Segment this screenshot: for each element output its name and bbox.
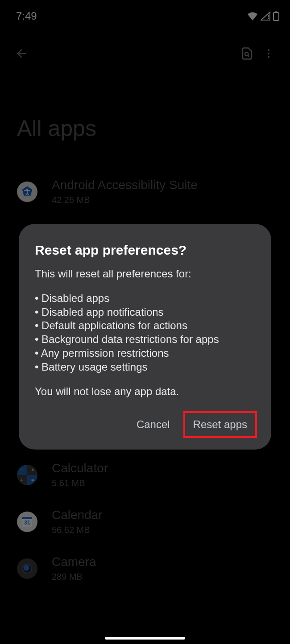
- app-icon: 31: [17, 512, 37, 532]
- app-item-calculator[interactable]: − × + = Calculator 5.61 MB: [0, 451, 290, 498]
- reset-preferences-dialog: Reset app preferences? This will reset a…: [19, 224, 271, 450]
- dialog-title: Reset app preferences?: [35, 243, 255, 258]
- page-title: All apps: [0, 71, 290, 168]
- svg-rect-2: [275, 12, 278, 13]
- wifi-icon: [247, 12, 258, 21]
- cancel-button[interactable]: Cancel: [128, 413, 178, 436]
- battery-icon: [273, 11, 279, 21]
- camera-lens-icon: [22, 564, 32, 574]
- app-item-android-accessibility-suite[interactable]: Android Accessibility Suite 42.26 MB: [0, 168, 290, 215]
- dialog-intro: This will reset all preferences for:: [35, 268, 255, 280]
- app-bar: [0, 37, 290, 71]
- signal-icon: !: [261, 12, 270, 21]
- app-size-label: 42.26 MB: [52, 195, 198, 205]
- app-labels: Calculator 5.61 MB: [52, 461, 108, 488]
- gesture-nav-handle[interactable]: [105, 637, 185, 640]
- app-name-label: Calculator: [52, 461, 108, 475]
- more-vert-icon: [263, 48, 274, 61]
- app-size-label: 56.62 MB: [52, 525, 103, 535]
- calendar-icon: 31: [22, 517, 32, 527]
- dialog-bullet-item: Background data restrictions for apps: [35, 333, 255, 347]
- svg-point-5: [268, 49, 269, 51]
- app-name-label: Calendar: [52, 508, 103, 522]
- status-indicators: !: [247, 11, 279, 21]
- svg-point-7: [268, 56, 269, 58]
- back-button[interactable]: [11, 44, 32, 65]
- svg-point-9: [26, 189, 28, 190]
- dialog-bullet-list: Disabled apps Disabled app notifications…: [35, 292, 255, 374]
- dialog-bullet-item: Battery usage settings: [35, 360, 255, 374]
- app-item-calendar[interactable]: 31 Calendar 56.62 MB: [0, 498, 290, 545]
- search-in-page-button[interactable]: [236, 44, 258, 65]
- dialog-bullet-item: Disabled apps: [35, 292, 255, 305]
- app-labels: Camera 289 MB: [52, 555, 96, 582]
- app-name-label: Camera: [52, 555, 96, 569]
- svg-line-4: [248, 55, 249, 57]
- overflow-menu-button[interactable]: [258, 44, 279, 65]
- app-size-label: 289 MB: [52, 572, 96, 582]
- dialog-bullet-item: Any permission restrictions: [35, 347, 255, 360]
- dialog-footer-text: You will not lose any app data.: [35, 385, 255, 398]
- status-time: 7:49: [16, 10, 37, 22]
- dialog-bullet-item: Default applications for actions: [35, 319, 255, 333]
- svg-point-3: [245, 52, 249, 56]
- app-labels: Android Accessibility Suite 42.26 MB: [52, 178, 198, 205]
- dialog-actions: Cancel Reset apps: [35, 413, 255, 436]
- app-item-camera[interactable]: Camera 289 MB: [0, 545, 290, 592]
- reset-apps-button[interactable]: Reset apps: [185, 413, 255, 436]
- arrow-left-icon: [15, 47, 28, 62]
- app-name-label: Android Accessibility Suite: [52, 178, 198, 192]
- page-search-icon: [240, 47, 254, 62]
- svg-rect-1: [273, 12, 279, 21]
- app-icon: − × + =: [17, 465, 37, 485]
- app-icon: [17, 558, 37, 579]
- dialog-bullet-item: Disabled app notifications: [35, 305, 255, 319]
- app-size-label: 5.61 MB: [52, 478, 108, 488]
- svg-text:!: !: [268, 14, 269, 20]
- app-labels: Calendar 56.62 MB: [52, 508, 103, 535]
- status-bar: 7:49 !: [0, 0, 290, 26]
- app-icon: [17, 182, 37, 202]
- svg-point-6: [268, 52, 269, 54]
